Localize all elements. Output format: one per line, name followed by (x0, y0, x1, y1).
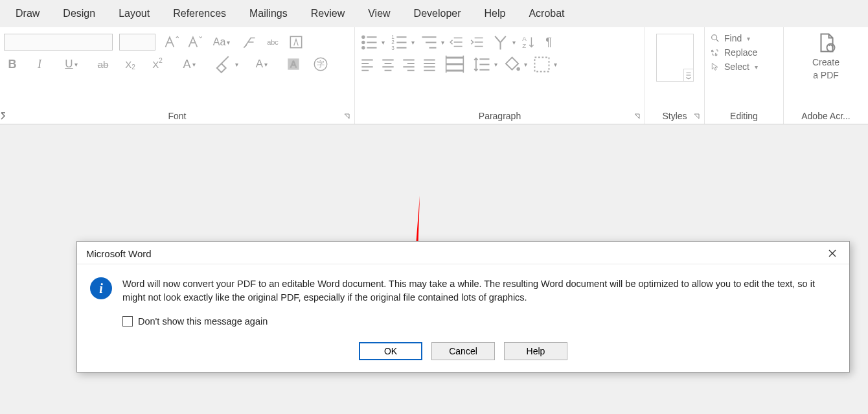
svg-text:b: b (715, 52, 718, 56)
select-label: Select (724, 62, 749, 72)
sort-icon[interactable]: AZ (520, 34, 536, 51)
svg-text:字: 字 (317, 60, 325, 69)
create-pdf-label-1: Create (812, 57, 839, 67)
phonetic-guide-icon[interactable]: abc (264, 34, 281, 51)
ribbon-group-editing: Find ▾ ab Replace Select ▾ Editing (705, 27, 784, 124)
adobe-group-label: Adobe Acr... (788, 111, 864, 124)
dialog: Microsoft Word i Word will now convert y… (76, 241, 850, 373)
find-label: Find (724, 33, 742, 43)
asian-layout-dropdown[interactable]: ▾ (490, 34, 516, 51)
editing-group-label: Editing (709, 111, 779, 124)
font-name-dropdown[interactable] (4, 34, 113, 51)
find-dropdown[interactable]: Find ▾ (709, 31, 779, 45)
menu-mailings[interactable]: Mailings (238, 5, 299, 22)
paragraph-dialog-launcher-icon[interactable] (633, 112, 642, 121)
menu-acrobat[interactable]: Acrobat (517, 5, 576, 22)
show-paragraph-marks-icon[interactable]: ¶ (540, 34, 557, 51)
menu-review[interactable]: Review (299, 5, 356, 22)
ribbon-group-paragraph: ▾ 123▾ ▾ ▾ AZ ¶ ▾ ▾ ▾ Paragraph (355, 27, 645, 124)
svg-text:A: A (290, 59, 297, 69)
replace-button[interactable]: ab Replace (709, 45, 779, 60)
cancel-button[interactable]: Cancel (431, 342, 495, 360)
paragraph-group-label: Paragraph (359, 111, 641, 124)
decrease-indent-icon[interactable] (448, 34, 465, 51)
create-pdf-label-2: a PDF (813, 70, 839, 80)
character-border-icon[interactable] (288, 34, 304, 51)
styles-gallery[interactable] (656, 34, 694, 82)
menu-draw[interactable]: Draw (4, 5, 51, 22)
svg-point-7 (362, 46, 365, 49)
font-size-dropdown[interactable] (119, 34, 155, 51)
align-center-icon[interactable] (380, 56, 396, 73)
svg-point-13 (516, 67, 520, 71)
svg-text:Z: Z (522, 42, 526, 49)
font-dialog-launcher-icon[interactable] (343, 112, 352, 121)
info-icon: i (90, 277, 112, 299)
menu-references[interactable]: References (161, 5, 238, 22)
clear-formatting-icon[interactable] (241, 34, 258, 51)
styles-dialog-launcher-icon[interactable] (692, 112, 702, 121)
subscript-icon[interactable]: X2 (122, 56, 139, 73)
ribbon-group-styles: Styles (645, 27, 705, 124)
dialog-title: Microsoft Word (86, 248, 152, 259)
ribbon-overflow-icon[interactable] (0, 111, 9, 121)
help-button[interactable]: Help (504, 342, 567, 360)
dialog-message: Word will now convert your PDF to an edi… (122, 277, 836, 305)
shading-dropdown[interactable]: ▾ (501, 56, 527, 73)
ribbon: Aa▾ abc B I U▾ ab X2 X2 A▾ ▾ A▾ A 字 Font (0, 27, 868, 124)
menu-help[interactable]: Help (473, 5, 518, 22)
menu-bar: Draw Design Layout References Mailings R… (0, 0, 868, 27)
dialog-titlebar: Microsoft Word (77, 242, 849, 264)
underline-dropdown[interactable]: U▾ (58, 56, 84, 73)
italic-icon[interactable]: I (31, 56, 48, 73)
create-pdf-button[interactable]: Create a PDF (788, 31, 864, 80)
change-case-dropdown[interactable]: Aa▾ (209, 34, 234, 51)
select-dropdown[interactable]: Select ▾ (709, 60, 779, 74)
bullets-dropdown[interactable]: ▾ (359, 34, 385, 51)
ribbon-group-font: Aa▾ abc B I U▾ ab X2 X2 A▾ ▾ A▾ A 字 Font (0, 27, 355, 124)
menu-design[interactable]: Design (51, 5, 107, 22)
distributed-align-icon[interactable] (442, 56, 468, 73)
increase-indent-icon[interactable] (469, 34, 486, 51)
menu-view[interactable]: View (356, 5, 402, 22)
borders-dropdown[interactable]: ▾ (531, 56, 557, 73)
menu-developer[interactable]: Developer (402, 5, 473, 22)
font-group-label: Font (4, 111, 350, 124)
menu-layout[interactable]: Layout (107, 5, 161, 22)
dont-show-again-checkbox[interactable] (122, 316, 133, 327)
dialog-close-button[interactable] (823, 247, 841, 260)
font-color-dropdown[interactable]: A▾ (249, 56, 275, 73)
align-left-icon[interactable] (359, 56, 376, 73)
replace-label: Replace (724, 47, 757, 58)
align-right-icon[interactable] (400, 56, 417, 73)
ribbon-group-adobe: Create a PDF Adobe Acr... (784, 27, 868, 124)
document-area: Microsoft Word i Word will now convert y… (0, 124, 868, 410)
increase-font-icon[interactable] (162, 34, 179, 51)
justify-icon[interactable] (421, 56, 438, 73)
svg-point-6 (362, 41, 365, 43)
numbering-dropdown[interactable]: 123▾ (389, 34, 415, 51)
bold-icon[interactable]: B (4, 56, 21, 73)
decrease-font-icon[interactable] (185, 34, 202, 51)
svg-text:a: a (711, 49, 714, 52)
svg-text:A: A (522, 35, 527, 42)
character-shading-icon[interactable]: A (285, 56, 302, 73)
svg-rect-14 (535, 57, 549, 71)
multilevel-list-dropdown[interactable]: ▾ (418, 34, 444, 51)
styles-expand-icon[interactable] (683, 69, 694, 82)
highlight-dropdown[interactable]: ▾ (212, 56, 238, 73)
svg-point-15 (712, 35, 717, 40)
enclose-characters-icon[interactable]: 字 (312, 56, 329, 73)
svg-text:3: 3 (391, 45, 394, 51)
line-spacing-dropdown[interactable]: ▾ (472, 56, 497, 73)
ok-button[interactable]: OK (359, 342, 422, 360)
text-effects-dropdown[interactable]: A▾ (176, 56, 202, 73)
strikethrough-icon[interactable]: ab (95, 56, 111, 73)
dont-show-again-label: Don't show this message again (138, 316, 268, 327)
superscript-icon[interactable]: X2 (149, 56, 166, 73)
svg-point-5 (362, 36, 365, 38)
